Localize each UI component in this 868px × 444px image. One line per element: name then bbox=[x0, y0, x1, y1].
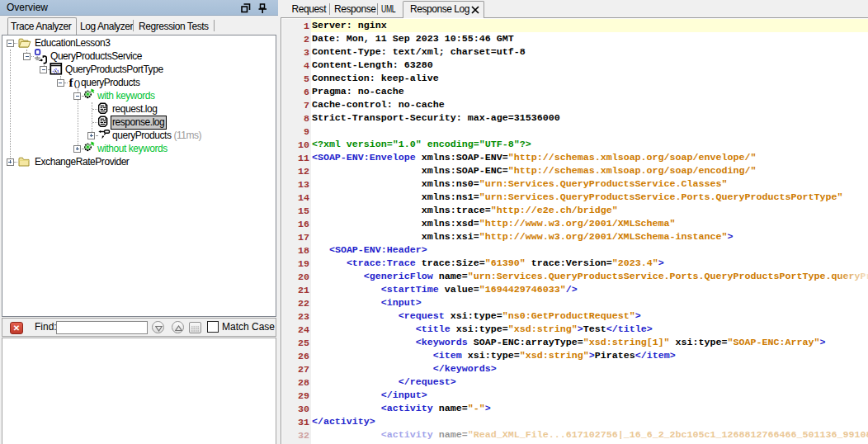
svg-text:f: f bbox=[69, 76, 74, 89]
svg-text:(): () bbox=[74, 78, 81, 88]
